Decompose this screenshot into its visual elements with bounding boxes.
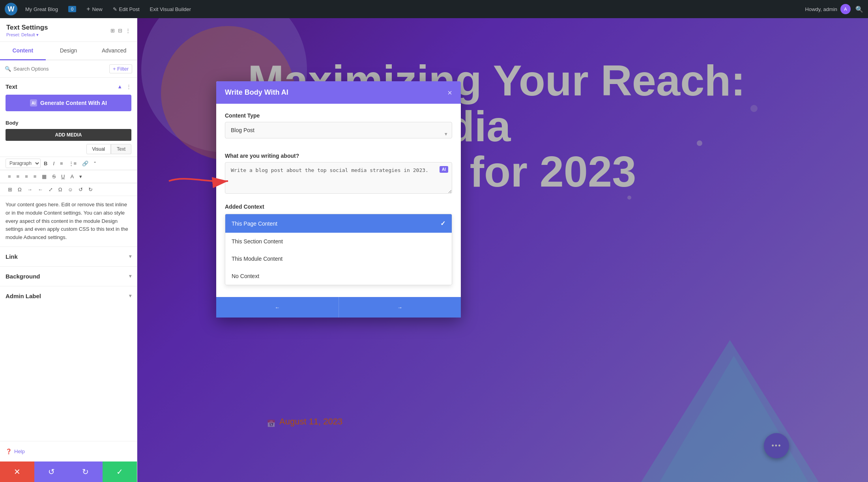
- text-section-title: Text: [6, 83, 17, 90]
- admin-label-chevron-icon: ▾: [129, 293, 131, 299]
- tab-advanced[interactable]: Advanced: [91, 42, 137, 60]
- filter-button[interactable]: + Filter: [109, 64, 132, 73]
- admin-bar-right: Howdy, admin A 🔍: [805, 4, 863, 14]
- blockquote-btn[interactable]: ": [92, 159, 98, 168]
- writing-about-input[interactable]: Write a blog post about the top social m…: [225, 162, 452, 194]
- body-label: Body: [0, 117, 137, 127]
- redo-button[interactable]: ↻: [69, 461, 103, 482]
- admin-bar-new[interactable]: + New: [82, 3, 106, 15]
- link-chevron-icon: ▾: [129, 254, 131, 259]
- save-button[interactable]: ✓: [103, 461, 137, 482]
- modal-header: Write Body With AI ×: [216, 81, 461, 104]
- writing-about-label: What are you writing about?: [225, 153, 452, 159]
- tab-content[interactable]: Content: [0, 42, 46, 60]
- editor-tabs: Visual Text: [0, 144, 137, 157]
- text-section-header: Text ▲ ⋮: [0, 78, 137, 93]
- chevron-up-icon[interactable]: ▲: [117, 84, 122, 90]
- redo-editor-btn[interactable]: ↻: [86, 185, 95, 194]
- admin-avatar: A: [840, 4, 851, 14]
- check-icon: ✓: [440, 220, 445, 227]
- more-options-icon[interactable]: ⋮: [125, 28, 131, 34]
- sidebar-search: 🔍 + Filter: [0, 60, 137, 78]
- editor-toolbar-row3: ⊞ Ω → ← ⤢ Ω ☺ ↺ ↻: [0, 183, 137, 196]
- admin-bar-site-name[interactable]: My Great Blog: [21, 4, 62, 15]
- context-option-section[interactable]: This Section Content: [225, 233, 452, 250]
- paragraph-select[interactable]: Paragraph: [6, 159, 41, 168]
- main-content-area: Maximizing Your Reach: Social Media Stra…: [137, 18, 868, 482]
- editor-content[interactable]: Your content goes here. Edit or remove t…: [0, 196, 137, 247]
- italic-btn[interactable]: I: [51, 159, 57, 168]
- sidebar-preset[interactable]: Preset: Default ▾: [6, 32, 48, 37]
- comment-count: 0: [68, 6, 76, 12]
- justify-btn[interactable]: ≡: [31, 172, 39, 181]
- modal-body: Content Type Blog Post Article Social Me…: [216, 104, 461, 297]
- table-btn[interactable]: ▦: [39, 172, 49, 181]
- content-type-label: Content Type: [225, 112, 452, 119]
- admin-bar-comments[interactable]: 0: [64, 4, 80, 15]
- modal-footer-right[interactable]: →: [339, 297, 461, 318]
- added-context-label: Added Context: [225, 204, 452, 210]
- ai-badge: AI: [440, 166, 448, 173]
- textarea-wrapper: Write a blog post about the top social m…: [225, 162, 452, 195]
- sidebar-header: Text Settings Preset: Default ▾ ⊞ ⊟ ⋮: [0, 18, 137, 42]
- search-input[interactable]: [13, 66, 107, 72]
- unordered-list-btn[interactable]: ≡: [58, 159, 65, 168]
- wp-logo[interactable]: W: [5, 3, 17, 15]
- emoji-btn[interactable]: ☺: [65, 185, 75, 194]
- indent-btn[interactable]: →: [25, 185, 35, 194]
- special-chars-btn[interactable]: Ω: [56, 185, 65, 194]
- columns-icon[interactable]: ⊟: [118, 28, 122, 34]
- align-center-btn[interactable]: ≡: [14, 172, 22, 181]
- paste-btn[interactable]: ⊞: [6, 185, 15, 194]
- content-type-select[interactable]: Blog Post Article Social Media Post: [225, 122, 452, 138]
- undo-button[interactable]: ↺: [34, 461, 69, 482]
- admin-label-accordion-header[interactable]: Admin Label ▾: [0, 286, 137, 306]
- undo-editor-btn[interactable]: ↺: [76, 185, 85, 194]
- editor-tab-visual[interactable]: Visual: [86, 144, 111, 154]
- cancel-button[interactable]: ✕: [0, 461, 34, 482]
- link-accordion-header[interactable]: Link ▾: [0, 247, 137, 266]
- generate-ai-button[interactable]: AI Generate Content With AI: [6, 95, 131, 111]
- sidebar-bottom-bar: ✕ ↺ ↻ ✓: [0, 461, 137, 482]
- context-dropdown: This Page Content ✓ This Section Content…: [225, 214, 452, 285]
- align-left-btn[interactable]: ≡: [6, 172, 13, 181]
- format-btn[interactable]: Ω: [15, 185, 24, 194]
- help-button[interactable]: ❓ Help: [0, 441, 137, 461]
- modal-footer-left[interactable]: ←: [216, 297, 339, 318]
- content-type-select-wrapper: Blog Post Article Social Media Post ▾: [225, 122, 452, 146]
- context-option-page[interactable]: This Page Content ✓: [225, 214, 452, 233]
- admin-howdy: Howdy, admin A: [805, 4, 851, 14]
- admin-label-accordion: Admin Label ▾: [0, 286, 137, 306]
- admin-bar: W My Great Blog 0 + New ✎ Edit Post Exit…: [0, 0, 868, 18]
- modal-close-button[interactable]: ×: [447, 89, 452, 97]
- add-media-button[interactable]: ADD MEDIA: [6, 129, 131, 141]
- background-accordion-header[interactable]: Background ▾: [0, 267, 137, 286]
- editor-toolbar-row2: ≡ ≡ ≡ ≡ ▦ S U A ▾: [0, 170, 137, 183]
- search-icon[interactable]: 🔍: [855, 6, 863, 13]
- admin-bar-exit-builder[interactable]: Exit Visual Builder: [146, 4, 195, 15]
- annotation-arrow: [161, 171, 232, 192]
- responsive-icon[interactable]: ⊞: [110, 28, 115, 34]
- more-btn[interactable]: ▾: [77, 172, 84, 181]
- tab-design[interactable]: Design: [46, 42, 92, 60]
- ordered-list-btn[interactable]: ⋮≡: [66, 159, 79, 168]
- modal-title: Write Body With AI: [225, 88, 288, 97]
- modal-dialog: Write Body With AI × Content Type Blog P…: [216, 81, 461, 318]
- link-btn[interactable]: 🔗: [80, 159, 91, 168]
- outdent-btn[interactable]: ←: [36, 185, 45, 194]
- more-section-icon[interactable]: ⋮: [126, 84, 131, 90]
- bold-btn[interactable]: B: [41, 159, 50, 168]
- sidebar: Text Settings Preset: Default ▾ ⊞ ⊟ ⋮ Co…: [0, 18, 137, 482]
- section-icons: ▲ ⋮: [117, 84, 131, 90]
- strikethrough-btn[interactable]: S: [50, 172, 58, 181]
- context-option-module[interactable]: This Module Content: [225, 250, 452, 267]
- context-option-none[interactable]: No Context: [225, 267, 452, 285]
- editor-tab-text[interactable]: Text: [111, 144, 131, 154]
- underline-btn[interactable]: U: [59, 172, 67, 181]
- sidebar-header-actions: ⊞ ⊟ ⋮: [110, 28, 131, 34]
- text-color-btn[interactable]: A: [68, 172, 76, 181]
- align-right-btn[interactable]: ≡: [22, 172, 30, 181]
- admin-bar-edit-post[interactable]: ✎ Edit Post: [109, 4, 144, 15]
- expand-btn[interactable]: ⤢: [46, 185, 55, 194]
- search-icon: 🔍: [5, 66, 11, 72]
